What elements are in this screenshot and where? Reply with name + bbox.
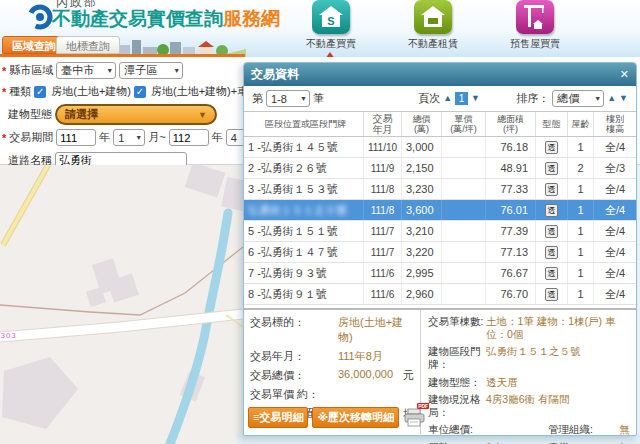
detail-label: 交易筆棟數: [428, 315, 486, 341]
app-real-estate-sale[interactable]: S 不動產買賣 [295, 0, 367, 51]
svg-text:S: S [327, 15, 334, 27]
district-value: 潭子區 [124, 63, 157, 78]
sort-select[interactable]: 總價 ▼ [552, 90, 604, 107]
district-select[interactable]: 潭子區 ▼ [119, 62, 183, 79]
row-no: 1 - [248, 141, 261, 153]
sort-asc-icon[interactable]: ▲ [607, 94, 616, 103]
chevron-down-icon: ▼ [106, 67, 113, 74]
building-type-label: 建物型態 [8, 107, 52, 122]
year-to-input[interactable] [169, 129, 209, 146]
row-address: 弘勇街１５３號 [261, 182, 338, 197]
detail-value: 透天厝 [486, 376, 630, 389]
building-type-select[interactable]: 請選擇 ▼ [55, 104, 217, 125]
table-row[interactable]: 6 -弘勇街１４７號 111/7 3,220 77.13 透 1 全/4 [244, 242, 636, 263]
detail-label: 建物型態： [428, 376, 486, 389]
chevron-down-icon: ▼ [300, 95, 307, 102]
row-area: 76.67 [486, 263, 536, 283]
app-label-sale[interactable]: 不動產買賣 [295, 37, 367, 51]
app-presale[interactable]: 預售屋買賣 [499, 0, 571, 51]
checkbox-house-land[interactable]: ✓ [34, 86, 46, 98]
table-row-selected[interactable]: 弘勇街１５１之５號 111/8 3,600 76.01 透 1 全/4 [244, 200, 636, 221]
table-row[interactable]: 3 -弘勇街１５３號 111/8 3,230 77.33 透 1 全/4 [244, 179, 636, 200]
row-floor: 全/4 [594, 137, 636, 157]
detail-value: 土地：1筆 建物：1棟(戶) 車位：0個 [486, 315, 630, 341]
app-switcher: S 不動產買賣 不動產租賃 [295, 0, 571, 51]
year-from-input[interactable] [56, 129, 96, 146]
close-icon[interactable]: ✕ [620, 68, 629, 81]
detail-label: 交易單價 約： [250, 387, 338, 402]
table-row[interactable]: 1 -弘勇街１４５號 111/10 3,000 76.18 透 1 全/4 [244, 137, 636, 158]
page-up-icon[interactable]: ▲ [443, 94, 452, 103]
sort-desc-icon[interactable]: ▼ [619, 94, 628, 103]
moi-logo-icon [26, 2, 54, 32]
building-type-icon: 透 [545, 141, 558, 154]
presale-crane-icon[interactable] [516, 0, 554, 34]
month-from-select[interactable]: 1 ▼ [113, 129, 145, 146]
row-address: 弘勇街９３號 [261, 266, 327, 281]
panel-header: 交易資料 ✕ [244, 63, 636, 86]
row-unit-price [442, 179, 486, 199]
row-total: 3,000 [402, 137, 442, 157]
item-range-select[interactable]: 1-8 ▼ [266, 90, 310, 107]
row-area: 76.01 [486, 200, 536, 220]
required-mark: * [2, 132, 6, 144]
app-label-presale[interactable]: 預售屋買賣 [499, 37, 571, 51]
month-from-value: 1 [118, 132, 124, 144]
detail-value: 36,000,000 [338, 368, 403, 383]
detail-value: 4房3廳6衛 有隔間 [486, 393, 630, 419]
row-area: 77.39 [486, 221, 536, 241]
detail-label: 車位總價: [428, 423, 486, 437]
city-select[interactable]: 臺中市 ▼ [56, 62, 116, 79]
row-total: 3,230 [402, 179, 442, 199]
tab-landmark-query[interactable]: 地標查詢 [56, 36, 120, 54]
app-label-rent[interactable]: 不動產租賃 [397, 37, 469, 51]
row-total: 3,220 [402, 242, 442, 262]
table-row[interactable]: 8 -弘勇街９１號 111/6 2,960 76.70 透 1 全/4 [244, 284, 636, 305]
row-unit-price [442, 158, 486, 178]
required-mark: * [2, 65, 6, 77]
row-ym: 111/6 [364, 284, 402, 304]
detail-value: 111年8月 [338, 349, 414, 364]
row-age: 2 [568, 158, 594, 178]
table-row[interactable]: 5 -弘勇街１５１號 111/7 3,210 77.39 透 1 全/4 [244, 221, 636, 242]
row-total: 3,210 [402, 221, 442, 241]
map-canvas[interactable]: 2303 [0, 165, 243, 444]
house-rent-icon[interactable] [414, 0, 452, 34]
app-real-estate-rent[interactable]: 不動產租賃 [397, 0, 469, 51]
row-address: 弘勇街２６號 [261, 161, 327, 176]
site-title-suffix: 服務網 [223, 8, 280, 29]
row-unit-price [442, 284, 486, 304]
month-to-value: 4 [231, 132, 237, 144]
row-ym: 111/10 [364, 137, 402, 157]
row-address: 弘勇街１４５號 [261, 140, 338, 155]
page-down-icon[interactable]: ▼ [471, 94, 480, 103]
type-option1-label[interactable]: 房地(土地+建物) [51, 84, 131, 99]
detail-label: 建物現況格局： [428, 393, 486, 419]
detail-value: 無 [600, 423, 630, 437]
table-row[interactable]: 7 -弘勇街９３號 111/6 2,995 76.67 透 1 全/4 [244, 263, 636, 284]
transfer-history-button[interactable]: ※歷次移轉明細 [312, 407, 399, 428]
house-sale-icon[interactable]: S [312, 0, 350, 34]
col-address: 區段位置或區段門牌 [244, 112, 364, 136]
row-unit-price [442, 137, 486, 157]
row-total: 2,150 [402, 158, 442, 178]
table-row[interactable]: 2 -弘勇街２６號 111/9 2,150 48.91 透 2 全/3 [244, 158, 636, 179]
building-type-icon: 透 [545, 225, 558, 238]
result-toolbar: 第 1-8 ▼ 筆 頁次 ▲ 1 ▼ 排序： 總價 ▼ ▲ ▼ [244, 86, 636, 111]
print-pdf-button[interactable]: PDF [403, 408, 427, 428]
transaction-detail-button[interactable]: ≡交易明細 [248, 407, 308, 428]
row-floor: 全/4 [594, 179, 636, 199]
checkbox-house-land-parking[interactable]: ✓ [134, 86, 146, 98]
type-label: 種類 [9, 84, 31, 99]
detail-label: 交易年月： [250, 349, 338, 364]
row-no: 2 - [248, 162, 261, 174]
detail-value [486, 423, 548, 437]
row-no: 3 - [248, 183, 261, 195]
row-floor: 全/4 [594, 284, 636, 304]
row-floor: 全/4 [594, 221, 636, 241]
sort-value: 總價 [557, 91, 579, 106]
building-type-value: 請選擇 [65, 107, 98, 122]
row-unit-price [442, 221, 486, 241]
row-address-censored: 弘勇街１５１之５號 [248, 203, 347, 218]
row-total: 3,600 [402, 200, 442, 220]
